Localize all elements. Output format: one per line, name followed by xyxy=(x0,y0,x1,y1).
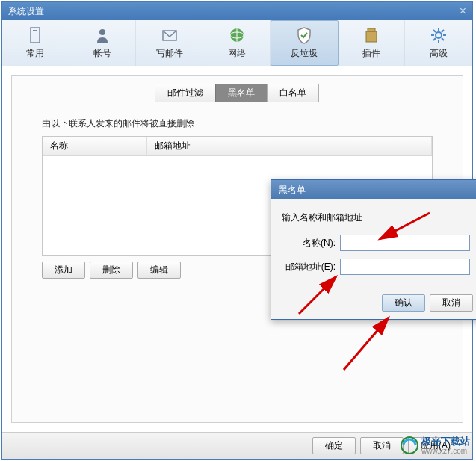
svg-rect-1 xyxy=(33,30,37,31)
svg-line-16 xyxy=(442,30,444,32)
tab-label: 帐号 xyxy=(93,47,111,60)
add-button[interactable]: 添加 xyxy=(42,262,85,279)
tab-network[interactable]: 网络 xyxy=(203,20,271,66)
compose-icon xyxy=(161,26,179,44)
tab-label: 常用 xyxy=(26,47,44,60)
general-icon xyxy=(26,26,44,44)
tab-account[interactable]: 帐号 xyxy=(69,20,137,66)
dialog-body: 输入名称和邮箱地址 名称(N): 邮箱地址(E): xyxy=(271,199,476,290)
column-name[interactable]: 名称 xyxy=(43,137,147,155)
ok-button[interactable]: 确定 xyxy=(312,437,356,454)
network-icon xyxy=(228,26,246,44)
svg-line-15 xyxy=(442,38,444,40)
table-header: 名称 邮箱地址 xyxy=(43,137,432,156)
blacklist-dialog: 黑名单 输入名称和邮箱地址 名称(N): 邮箱地址(E): 确认 取消 xyxy=(271,179,476,320)
name-input[interactable] xyxy=(340,235,470,251)
dialog-cancel-button[interactable]: 取消 xyxy=(430,294,473,312)
tab-label: 插件 xyxy=(362,47,380,60)
watermark-name: 极光下载站 xyxy=(421,436,470,447)
watermark-url: www.xz7.com xyxy=(421,447,470,455)
dialog-ok-button[interactable]: 确认 xyxy=(382,294,425,312)
svg-rect-8 xyxy=(368,28,375,31)
tab-plugin[interactable]: 插件 xyxy=(339,20,406,66)
gear-icon xyxy=(430,26,448,44)
form-row-email: 邮箱地址(E): xyxy=(282,259,470,275)
watermark: 极光下载站 www.xz7.com xyxy=(401,436,470,455)
watermark-logo-icon xyxy=(401,436,418,454)
tab-general[interactable]: 常用 xyxy=(2,20,69,66)
tab-label: 高级 xyxy=(430,47,448,60)
tab-antispam[interactable]: 反垃圾 xyxy=(271,20,339,66)
title-bar: 系统设置 × xyxy=(2,2,472,20)
subtab-blacklist[interactable]: 黑名单 xyxy=(215,84,268,102)
tab-label: 网络 xyxy=(228,47,246,60)
watermark-text: 极光下载站 www.xz7.com xyxy=(421,436,470,455)
email-input[interactable] xyxy=(340,259,470,275)
close-icon[interactable]: × xyxy=(460,4,466,18)
account-icon xyxy=(93,26,111,44)
blacklist-instruction: 由以下联系人发来的邮件将被直接删除 xyxy=(42,117,433,130)
svg-point-2 xyxy=(99,29,105,35)
cancel-button[interactable]: 取消 xyxy=(360,437,404,454)
tab-label: 写邮件 xyxy=(156,47,183,60)
svg-point-9 xyxy=(436,32,442,38)
tab-advanced[interactable]: 高级 xyxy=(405,20,472,66)
tab-label: 反垃圾 xyxy=(291,47,318,60)
svg-rect-7 xyxy=(366,31,377,42)
dialog-instruction: 输入名称和邮箱地址 xyxy=(282,211,470,224)
shield-icon xyxy=(295,26,313,44)
email-label: 邮箱地址(E): xyxy=(282,261,340,273)
tab-compose[interactable]: 写邮件 xyxy=(136,20,203,66)
subtab-mailfilter[interactable]: 邮件过滤 xyxy=(155,84,216,102)
svg-line-14 xyxy=(433,30,436,32)
window-title: 系统设置 xyxy=(8,5,44,18)
dialog-footer: 确认 取消 xyxy=(271,290,476,319)
sub-tabs: 邮件过滤 黑名单 白名单 xyxy=(42,84,433,102)
column-email[interactable]: 邮箱地址 xyxy=(147,137,432,155)
svg-line-17 xyxy=(433,38,436,40)
subtab-whitelist[interactable]: 白名单 xyxy=(267,84,319,102)
plugin-icon xyxy=(362,26,380,44)
dialog-title-bar: 黑名单 xyxy=(271,180,476,199)
delete-button[interactable]: 删除 xyxy=(90,262,133,279)
name-label: 名称(N): xyxy=(282,237,340,250)
dialog-title: 黑名单 xyxy=(279,184,306,197)
form-row-name: 名称(N): xyxy=(282,235,470,251)
toolbar: 常用 帐号 写邮件 网络 反垃圾 xyxy=(2,20,472,66)
edit-button[interactable]: 编辑 xyxy=(137,262,181,279)
